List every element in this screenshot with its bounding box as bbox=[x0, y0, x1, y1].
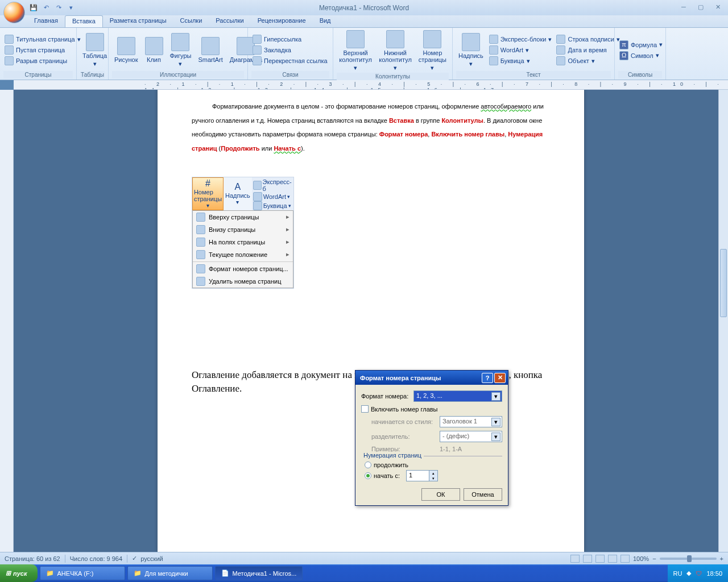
zoom-value[interactable]: 100% bbox=[633, 555, 649, 562]
tab-page-layout[interactable]: Разметка страницы bbox=[103, 15, 173, 27]
smartart-button[interactable]: SmartArt bbox=[196, 36, 225, 64]
tray-icon-1[interactable]: ◆ bbox=[686, 569, 691, 577]
scrollbar-thumb[interactable] bbox=[720, 249, 727, 317]
horizontal-ruler[interactable] bbox=[14, 80, 728, 90]
dialog-help-button[interactable]: ? bbox=[482, 373, 493, 383]
folder-icon: 📁 bbox=[46, 569, 54, 577]
status-lang[interactable]: русский bbox=[140, 555, 163, 562]
view-full-screen[interactable] bbox=[583, 555, 592, 563]
cover-page-button[interactable]: Титульная страница ▾ bbox=[3, 34, 82, 44]
dropcap-icon bbox=[489, 56, 498, 65]
qat-undo-icon[interactable]: ↶ bbox=[41, 3, 51, 13]
office-button[interactable] bbox=[3, 2, 25, 23]
taskbar-item-1[interactable]: 📁АНЕЧКА (F:) bbox=[40, 566, 125, 580]
tray-icon-2[interactable]: 🛡 bbox=[696, 570, 702, 577]
clip-button[interactable]: Клип bbox=[143, 36, 166, 64]
equation-button[interactable]: πФормула ▾ bbox=[618, 40, 664, 50]
tab-mailings[interactable]: Рассылки bbox=[209, 15, 250, 27]
object-icon bbox=[556, 56, 565, 65]
page-break-button[interactable]: Разрыв страницы bbox=[3, 56, 82, 66]
signature-icon bbox=[556, 35, 565, 44]
tab-view[interactable]: Вид bbox=[313, 15, 338, 27]
page-number-format-dialog: Формат номера страницы ? ✕ Формат номера… bbox=[355, 370, 508, 506]
starts-label: начинается со стиля: bbox=[371, 418, 440, 425]
system-tray[interactable]: RU ◆ 🛡 18:50 bbox=[668, 564, 728, 582]
signature-button[interactable]: Строка подписи ▾ bbox=[555, 34, 621, 44]
word-icon: 📄 bbox=[221, 569, 229, 577]
group-headers-title: Колонтитулы bbox=[337, 73, 449, 80]
ok-button[interactable]: ОК bbox=[421, 488, 460, 501]
tab-insert[interactable]: Вставка bbox=[65, 15, 103, 27]
clip-icon bbox=[145, 37, 163, 55]
emb-menu-margins: На полях страницы▸ bbox=[193, 236, 293, 248]
view-web-layout[interactable] bbox=[595, 555, 605, 563]
footer-icon bbox=[386, 30, 404, 48]
zoom-slider[interactable] bbox=[660, 558, 717, 560]
emb-menu-top: Вверху страницы▸ bbox=[193, 211, 293, 223]
ribbon: Титульная страница ▾ Пустая страница Раз… bbox=[0, 28, 728, 80]
sep-combo: - (дефис) bbox=[440, 431, 502, 442]
taskbar-item-2[interactable]: 📁Для методички bbox=[127, 566, 213, 580]
qat-more-icon[interactable]: ▾ bbox=[66, 3, 76, 13]
group-text-title: Текст bbox=[456, 71, 611, 78]
header-button[interactable]: Верхний колонтитул▾ bbox=[337, 29, 374, 73]
cancel-button[interactable]: Отмена bbox=[464, 488, 502, 501]
footer-button[interactable]: Нижний колонтитул▾ bbox=[377, 29, 414, 73]
include-chapter-checkbox[interactable] bbox=[361, 405, 369, 413]
tab-home[interactable]: Главная bbox=[27, 15, 65, 27]
shapes-button[interactable]: Фигуры▾ bbox=[168, 32, 194, 69]
quick-parts-button[interactable]: Экспресс-блоки ▾ bbox=[488, 34, 553, 44]
dropcap-button[interactable]: Буквица ▾ bbox=[488, 56, 553, 66]
view-outline[interactable] bbox=[608, 555, 617, 563]
textbox-icon bbox=[462, 33, 480, 51]
close-icon[interactable]: ✕ bbox=[711, 2, 725, 11]
tray-time[interactable]: 18:50 bbox=[706, 570, 722, 577]
tab-review[interactable]: Рецензирование bbox=[251, 15, 313, 27]
quick-parts-icon bbox=[489, 35, 498, 44]
emb-menu-format: Формат номеров страниц... bbox=[193, 263, 293, 275]
blank-page-button[interactable]: Пустая страница bbox=[3, 45, 82, 55]
maximize-icon[interactable]: ▢ bbox=[694, 2, 708, 11]
qat-redo-icon[interactable]: ↷ bbox=[53, 3, 64, 13]
group-tables-title: Таблицы bbox=[80, 71, 105, 78]
start-button[interactable]: ⊞пуск bbox=[0, 564, 38, 582]
vertical-ruler[interactable] bbox=[0, 90, 14, 552]
view-print-layout[interactable] bbox=[570, 555, 580, 563]
view-draft[interactable] bbox=[621, 555, 630, 563]
ribbon-tabs: Главная Вставка Разметка страницы Ссылки… bbox=[0, 15, 728, 28]
startat-radio[interactable] bbox=[365, 472, 371, 479]
group-symbols-title: Символы bbox=[618, 71, 662, 78]
continue-radio[interactable] bbox=[365, 462, 371, 468]
format-combo[interactable]: 1, 2, 3, ... bbox=[413, 390, 502, 402]
windows-logo-icon: ⊞ bbox=[6, 569, 11, 577]
table-button[interactable]: Таблица▾ bbox=[80, 32, 109, 69]
minimize-icon[interactable]: ─ bbox=[677, 2, 690, 11]
status-words[interactable]: Число слов: 9 964 bbox=[70, 555, 122, 562]
zoom-out-button[interactable]: − bbox=[652, 555, 656, 562]
table-icon bbox=[86, 33, 104, 51]
zoom-in-button[interactable]: + bbox=[720, 555, 723, 562]
textbox-button[interactable]: Надпись▾ bbox=[456, 32, 486, 69]
bookmark-button[interactable]: Закладка bbox=[251, 45, 329, 55]
symbol-button[interactable]: ΩСимвол ▾ bbox=[618, 51, 664, 61]
dialog-close-button[interactable]: ✕ bbox=[494, 373, 506, 383]
spell-check-icon[interactable]: ✓ bbox=[132, 555, 137, 562]
startat-spinner[interactable]: 1 bbox=[406, 470, 438, 481]
object-button[interactable]: Объект ▾ bbox=[555, 56, 621, 66]
wordart-button[interactable]: WordArt ▾ bbox=[488, 45, 553, 55]
hyperlink-button[interactable]: Гиперссылка bbox=[251, 34, 329, 44]
picture-button[interactable]: Рисунок bbox=[112, 36, 140, 64]
header-icon bbox=[346, 30, 365, 48]
status-page[interactable]: Страница: 60 из 62 bbox=[5, 555, 60, 562]
status-bar: Страница: 60 из 62 Число слов: 9 964 ✓ р… bbox=[0, 552, 728, 564]
vertical-scrollbar[interactable] bbox=[718, 90, 728, 552]
taskbar-item-3[interactable]: 📄Методичка1 - Micros... bbox=[215, 566, 303, 580]
tab-references[interactable]: Ссылки bbox=[173, 15, 209, 27]
qat-save-icon[interactable]: 💾 bbox=[28, 3, 39, 13]
page-number-button[interactable]: Номер страницы▾ bbox=[416, 29, 449, 73]
crossref-button[interactable]: Перекрестная ссылка bbox=[251, 56, 329, 66]
group-pages-title: Страницы bbox=[3, 71, 73, 78]
datetime-icon bbox=[556, 45, 565, 55]
datetime-button[interactable]: Дата и время bbox=[555, 45, 621, 55]
keyboard-lang[interactable]: RU bbox=[673, 570, 682, 577]
